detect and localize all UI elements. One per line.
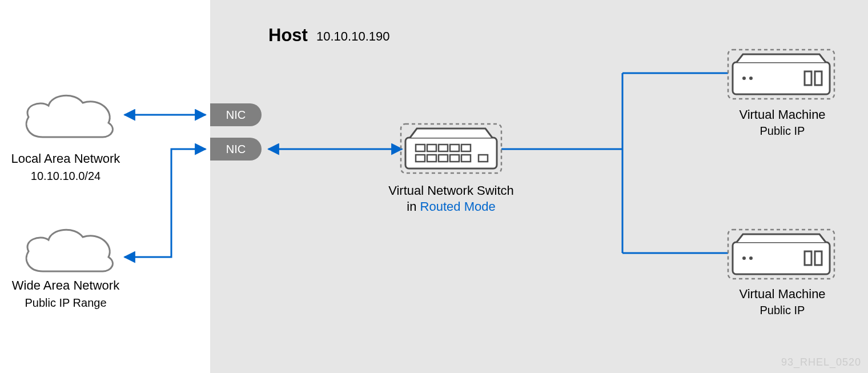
switch-title: Virtual Network Switch [383,183,520,198]
vm1-ip: Public IP [714,125,851,138]
vm1-title: Virtual Machine [714,107,851,122]
nic-2: NIC [210,138,262,161]
switch-mode-accent: Routed Mode [420,199,496,214]
link-wan-nic2 [124,149,206,257]
nic-1: NIC [210,103,262,126]
cloud-lan-icon [26,95,112,137]
lan-title: Local Area Network [0,151,134,166]
lan-subnet: 10.10.10.0/24 [0,170,134,183]
cloud-wan-icon [26,230,112,271]
vm2-ip: Public IP [714,304,851,317]
host-region [210,0,868,373]
vm2-title: Virtual Machine [714,287,851,302]
host-title: Host [268,25,308,46]
wan-range: Public IP Range [0,296,134,310]
host-ip: 10.10.10.190 [316,29,389,44]
watermark: 93_RHEL_0520 [781,356,861,368]
wan-title: Wide Area Network [0,278,134,293]
switch-mode-prefix: in [407,199,420,214]
switch-mode: in Routed Mode [383,199,520,214]
